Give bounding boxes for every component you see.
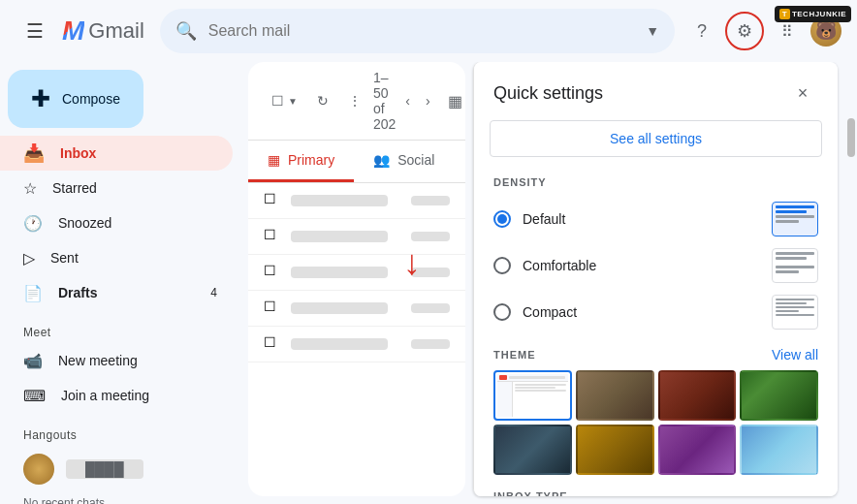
- join-meeting-label: Join a meeting: [61, 388, 149, 403]
- hangout-name: ████: [66, 459, 143, 479]
- theme-sky[interactable]: [740, 425, 818, 475]
- density-default-preview: [772, 202, 818, 236]
- theme-nature4[interactable]: [576, 425, 654, 475]
- social-tab-label: Social: [397, 152, 434, 168]
- tab-social[interactable]: 👥 Social: [354, 141, 454, 182]
- preview-line: [776, 310, 799, 312]
- email-checkbox[interactable]: ☐: [264, 227, 283, 246]
- tabs-row: ▦ Primary 👥 Social 🏷 Promo...: [248, 141, 465, 183]
- email-time: [411, 268, 450, 277]
- help-button[interactable]: ?: [682, 12, 721, 50]
- table-row[interactable]: ☐: [248, 291, 465, 327]
- starred-label: Starred: [52, 180, 97, 196]
- settings-icon: ⚙: [737, 20, 752, 42]
- star-icon: ☆: [23, 179, 37, 198]
- theme-default[interactable]: [493, 370, 572, 421]
- view-all-themes-button[interactable]: View all: [772, 347, 818, 362]
- help-icon: ?: [697, 21, 707, 42]
- search-bar[interactable]: 🔍 ▼: [160, 9, 675, 53]
- next-page-button[interactable]: ›: [420, 89, 436, 112]
- hangout-user[interactable]: ████: [0, 446, 248, 492]
- view-icon: ▦: [448, 92, 462, 110]
- preview-line: [776, 257, 807, 260]
- primary-tab-label: Primary: [288, 152, 334, 168]
- email-content: [396, 338, 403, 350]
- search-dropdown-icon[interactable]: ▼: [646, 23, 659, 39]
- scroll-indicator: [845, 62, 857, 504]
- gmail-logo[interactable]: M Gmail: [62, 16, 144, 47]
- preview-line: [776, 270, 799, 273]
- density-comfortable-option[interactable]: Comfortable: [474, 242, 838, 289]
- quick-settings-header: Quick settings ×: [474, 62, 838, 116]
- quick-settings-close-button[interactable]: ×: [787, 78, 818, 109]
- email-sender: [291, 338, 388, 350]
- theme-nature3[interactable]: [740, 370, 818, 421]
- settings-button[interactable]: ⚙: [725, 12, 764, 50]
- gmail-text: Gmail: [88, 18, 143, 44]
- compose-label: Compose: [62, 91, 120, 107]
- hamburger-button[interactable]: ☰: [16, 12, 54, 50]
- density-comfortable-label: Comfortable: [523, 258, 760, 273]
- select-all-button[interactable]: ☐ ▼: [264, 87, 305, 114]
- preview-line: [776, 306, 814, 308]
- sidebar-item-sent[interactable]: ▷ Sent: [0, 240, 233, 275]
- more-icon: ⋮: [348, 93, 362, 109]
- table-row[interactable]: ☐ ↓: [248, 255, 465, 291]
- hangout-avatar: [23, 454, 54, 485]
- email-checkbox[interactable]: ☐: [264, 299, 283, 318]
- more-options-button[interactable]: ⋮: [340, 87, 369, 114]
- sidebar-item-new-meeting[interactable]: 📹 New meeting: [0, 343, 233, 378]
- dropdown-arrow: ▼: [288, 96, 298, 107]
- density-comfortable-radio[interactable]: [493, 257, 511, 274]
- tab-primary[interactable]: ▦ Primary: [248, 141, 354, 182]
- density-default-radio[interactable]: [493, 210, 511, 228]
- inbox-label: Inbox: [60, 145, 96, 161]
- preview-line: [776, 210, 807, 213]
- see-all-settings-button[interactable]: See all settings: [490, 120, 822, 157]
- preview-line: [776, 220, 799, 223]
- density-compact-option[interactable]: Compact: [474, 289, 838, 335]
- theme-grid: [474, 366, 838, 483]
- sidebar-item-drafts[interactable]: 📄 Drafts 4: [0, 275, 233, 310]
- sidebar-item-join-meeting[interactable]: ⌨ Join a meeting: [0, 378, 233, 413]
- video-icon: 📹: [23, 352, 43, 370]
- sidebar-item-inbox[interactable]: 📥 Inbox: [0, 136, 233, 171]
- density-options: Default Comfortable: [474, 192, 838, 339]
- sidebar: ✚ Compose 📥 Inbox ☆ Starred 🕐 Snoozed ▷ …: [0, 62, 248, 504]
- density-default-option[interactable]: Default: [474, 196, 838, 242]
- email-checkbox[interactable]: ☐: [264, 191, 283, 210]
- prev-page-button[interactable]: ‹: [399, 89, 416, 112]
- no-recent-chats: No recent chats: [0, 492, 248, 504]
- scroll-thumb[interactable]: [847, 118, 855, 157]
- theme-nature2[interactable]: [658, 370, 737, 421]
- checkbox-icon: ☐: [271, 93, 284, 109]
- refresh-button[interactable]: ↻: [309, 87, 336, 114]
- view-toggle-button[interactable]: ▦ ▼: [440, 86, 465, 116]
- theme-section-label: THEME: [493, 349, 536, 361]
- density-compact-radio[interactable]: [493, 303, 511, 321]
- email-checkbox[interactable]: ☐: [264, 263, 283, 282]
- compose-button[interactable]: ✚ Compose: [8, 70, 143, 128]
- table-row[interactable]: ☐: [248, 183, 465, 219]
- email-sender: [291, 302, 388, 314]
- compose-plus-icon: ✚: [31, 85, 50, 112]
- sidebar-item-snoozed[interactable]: 🕐 Snoozed: [0, 205, 233, 240]
- density-compact-label: Compact: [523, 304, 760, 320]
- tab-promos[interactable]: 🏷 Promo...: [454, 141, 465, 182]
- theme-abstract1[interactable]: [493, 425, 572, 475]
- see-all-label: See all settings: [610, 131, 702, 146]
- table-row[interactable]: ☐: [248, 219, 465, 255]
- drafts-badge: 4: [210, 286, 217, 299]
- email-time: [411, 196, 450, 205]
- page-range: 1–50 of 202: [373, 70, 396, 132]
- snoozed-icon: 🕐: [23, 214, 43, 233]
- sidebar-item-starred[interactable]: ☆ Starred: [0, 171, 233, 205]
- theme-flowers[interactable]: [658, 425, 737, 475]
- density-compact-preview: [772, 295, 818, 330]
- density-section-label: DENSITY: [474, 169, 838, 192]
- search-input[interactable]: [208, 22, 634, 40]
- table-row[interactable]: ☐: [248, 327, 465, 362]
- theme-nature1[interactable]: [576, 370, 654, 421]
- avatar-image: 🐻: [815, 20, 837, 42]
- email-checkbox[interactable]: ☐: [264, 334, 283, 354]
